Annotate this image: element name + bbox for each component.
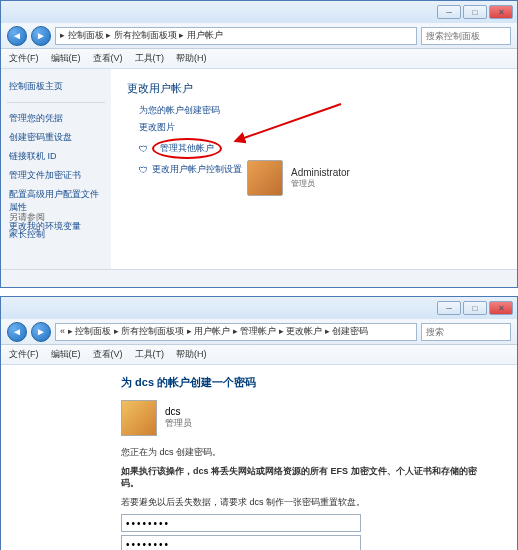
window-user-accounts: ─ □ ✕ ◄ ► ▸ 控制面板 ▸ 所有控制面板项 ▸ 用户帐户 文件(F) … — [0, 0, 518, 288]
minimize-button[interactable]: ─ — [437, 301, 461, 315]
see-also: 另请参阅 家长控制 — [9, 211, 45, 241]
navbar: ◄ ► « ▸ 控制面板 ▸ 所有控制面板项 ▸ 用户帐户 ▸ 管理帐户 ▸ 更… — [1, 319, 517, 345]
sidebar-item[interactable]: 链接联机 ID — [7, 147, 105, 166]
menu-tools[interactable]: 工具(T) — [135, 52, 165, 65]
window-create-password: ─ □ ✕ ◄ ► « ▸ 控制面板 ▸ 所有控制面板项 ▸ 用户帐户 ▸ 管理… — [0, 296, 518, 550]
maximize-button[interactable]: □ — [463, 301, 487, 315]
warning-text: 如果执行该操作，dcs 将丢失网站或网络资源的所有 EFS 加密文件、个人证书和… — [121, 465, 487, 490]
link-change-picture[interactable]: 更改图片 — [139, 121, 501, 134]
menu-edit[interactable]: 编辑(E) — [51, 348, 81, 361]
role-label: 管理员 — [165, 417, 192, 430]
menu-tools[interactable]: 工具(T) — [135, 348, 165, 361]
menu-file[interactable]: 文件(F) — [9, 52, 39, 65]
link-manage-accounts[interactable]: 🛡 管理其他帐户 — [139, 138, 501, 159]
menu-file[interactable]: 文件(F) — [9, 348, 39, 361]
back-button[interactable]: ◄ — [7, 26, 27, 46]
warning-text: 您正在为 dcs 创建密码。 — [121, 446, 487, 459]
parental-link[interactable]: 家长控制 — [9, 228, 45, 241]
username-label: dcs — [165, 406, 192, 417]
form-area: 为 dcs 的帐户创建一个密码 dcs 管理员 您正在为 dcs 创建密码。 如… — [1, 365, 517, 550]
sidebar-item[interactable]: 创建密码重设盘 — [7, 128, 105, 147]
forward-button[interactable]: ► — [31, 26, 51, 46]
menu-edit[interactable]: 编辑(E) — [51, 52, 81, 65]
titlebar: ─ □ ✕ — [1, 1, 517, 23]
password-input[interactable] — [121, 514, 361, 532]
menu-help[interactable]: 帮助(H) — [176, 348, 207, 361]
maximize-button[interactable]: □ — [463, 5, 487, 19]
user-info: dcs 管理员 — [121, 400, 487, 436]
menubar: 文件(F) 编辑(E) 查看(V) 工具(T) 帮助(H) — [1, 345, 517, 365]
content-area: 控制面板主页 管理您的凭据 创建密码重设盘 链接联机 ID 管理文件加密证书 配… — [1, 69, 517, 269]
link-create-password[interactable]: 为您的帐户创建密码 — [139, 104, 501, 117]
breadcrumb[interactable]: ▸ 控制面板 ▸ 所有控制面板项 ▸ 用户帐户 — [55, 27, 417, 45]
shield-icon: 🛡 — [139, 165, 148, 175]
search-input[interactable] — [421, 323, 511, 341]
menu-view[interactable]: 查看(V) — [93, 52, 123, 65]
circled-link[interactable]: 管理其他帐户 — [152, 138, 222, 159]
menu-view[interactable]: 查看(V) — [93, 348, 123, 361]
navbar: ◄ ► ▸ 控制面板 ▸ 所有控制面板项 ▸ 用户帐户 — [1, 23, 517, 49]
sidebar-item[interactable]: 管理文件加密证书 — [7, 166, 105, 185]
admin-label: Administrator 管理员 — [291, 167, 350, 189]
forward-button[interactable]: ► — [31, 322, 51, 342]
statusbar — [1, 269, 517, 287]
menu-help[interactable]: 帮助(H) — [176, 52, 207, 65]
titlebar: ─ □ ✕ — [1, 297, 517, 319]
confirm-password-input[interactable] — [121, 535, 361, 550]
page-title: 更改用户帐户 — [127, 81, 501, 96]
shield-icon: 🛡 — [139, 144, 148, 154]
warning-text: 若要避免以后丢失数据，请要求 dcs 制作一张密码重置软盘。 — [121, 496, 487, 509]
main-panel: 更改用户帐户 为您的帐户创建密码 更改图片 🛡 管理其他帐户 🛡 更改用户帐户控… — [111, 69, 517, 269]
search-input[interactable] — [421, 27, 511, 45]
sidebar-item[interactable]: 管理您的凭据 — [7, 109, 105, 128]
close-button[interactable]: ✕ — [489, 301, 513, 315]
menubar: 文件(F) 编辑(E) 查看(V) 工具(T) 帮助(H) — [1, 49, 517, 69]
user-avatar-icon — [121, 400, 157, 436]
user-avatar-icon — [247, 160, 283, 196]
back-button[interactable]: ◄ — [7, 322, 27, 342]
close-button[interactable]: ✕ — [489, 5, 513, 19]
admin-account-card[interactable]: Administrator 管理员 — [247, 160, 501, 196]
form-title: 为 dcs 的帐户创建一个密码 — [121, 375, 487, 390]
minimize-button[interactable]: ─ — [437, 5, 461, 19]
breadcrumb[interactable]: « ▸ 控制面板 ▸ 所有控制面板项 ▸ 用户帐户 ▸ 管理帐户 ▸ 更改帐户 … — [55, 323, 417, 341]
sidebar-home[interactable]: 控制面板主页 — [7, 77, 105, 96]
